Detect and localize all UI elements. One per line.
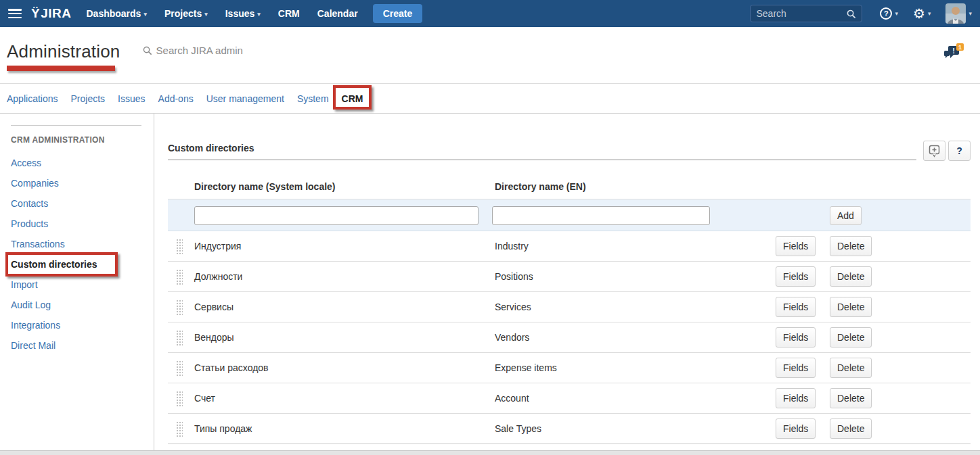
- tab-issues[interactable]: Issues: [118, 93, 145, 104]
- jira-logo-mark-icon: Ÿ: [31, 6, 40, 21]
- fields-button[interactable]: Fields: [776, 236, 816, 256]
- fields-button[interactable]: Fields: [776, 388, 816, 408]
- admin-tab-bar: Applications Projects Issues Add-ons Use…: [0, 84, 980, 114]
- feedback-button[interactable]: [923, 141, 945, 161]
- sidebar-item-custom-directories[interactable]: Custom directories: [0, 254, 154, 274]
- sidebar-item-access[interactable]: Access: [0, 153, 154, 173]
- delete-button[interactable]: Delete: [830, 297, 872, 317]
- tab-user-management[interactable]: User management: [206, 93, 284, 104]
- directory-name-en: Vendors: [495, 322, 529, 353]
- drag-handle-icon[interactable]: [175, 390, 183, 408]
- column-header-en: Directory name (EN): [495, 181, 586, 192]
- directory-name-en: Expense items: [495, 353, 557, 383]
- delete-button[interactable]: Delete: [830, 418, 872, 439]
- admin-settings-menu[interactable]: ⚙ ▾: [913, 7, 931, 20]
- new-directory-locale-input[interactable]: [194, 206, 478, 225]
- tab-system[interactable]: System: [297, 93, 329, 104]
- delete-button[interactable]: Delete: [830, 388, 872, 408]
- table-row: Сервисы Services Fields Delete: [168, 292, 971, 322]
- sidebar-section-title: CRM ADMINISTRATION: [11, 135, 154, 145]
- delete-button[interactable]: Delete: [830, 327, 872, 348]
- column-header-locale: Directory name (System locale): [194, 181, 336, 192]
- gear-icon: ⚙: [913, 7, 925, 20]
- drag-handle-icon[interactable]: [175, 421, 183, 438]
- page-title: Administration: [7, 41, 120, 62]
- tab-add-ons[interactable]: Add-ons: [158, 93, 194, 104]
- sidebar-item-integrations[interactable]: Integrations: [0, 315, 154, 335]
- sidebar-list: Access Companies Contacts Products Trans…: [0, 153, 154, 356]
- table-row: Вендоры Vendors Fields Delete: [168, 322, 971, 353]
- add-directory-row: Add: [168, 199, 971, 231]
- navbar-menu: Dashboards▾ Projects▾ Issues▾ CRM Calend…: [86, 8, 357, 19]
- nav-item-issues[interactable]: Issues▾: [225, 8, 261, 19]
- feedback-pin-icon: [929, 145, 940, 158]
- fields-button[interactable]: Fields: [776, 266, 816, 287]
- nav-item-dashboards[interactable]: Dashboards▾: [86, 8, 146, 19]
- navbar-right: ? ▾ ⚙ ▾ ▾: [750, 3, 972, 24]
- sidebar-item-companies[interactable]: Companies: [0, 173, 154, 193]
- drag-handle-icon[interactable]: [175, 329, 183, 347]
- svg-text:!: !: [952, 46, 955, 54]
- table-row: Должности Positions Fields Delete: [168, 262, 971, 292]
- tab-crm[interactable]: CRM: [342, 93, 363, 104]
- section-title: Custom directories: [168, 143, 916, 153]
- annotation-underline-administration: [7, 66, 115, 71]
- admin-header: Administration ! 1: [0, 27, 980, 84]
- fields-button[interactable]: Fields: [776, 358, 816, 378]
- delete-button[interactable]: Delete: [830, 236, 872, 256]
- fields-button[interactable]: Fields: [776, 418, 816, 439]
- fields-button[interactable]: Fields: [776, 327, 816, 348]
- table-row: Индустрия Industry Fields Delete: [168, 231, 971, 262]
- chevron-down-icon: ▾: [968, 10, 972, 17]
- user-profile-menu[interactable]: ▾: [945, 3, 972, 24]
- tab-projects[interactable]: Projects: [71, 93, 106, 104]
- chevron-down-icon: ▾: [257, 11, 261, 18]
- app-switcher-icon[interactable]: [8, 9, 22, 18]
- sidebar-divider: [11, 125, 141, 126]
- admin-search-input[interactable]: [156, 45, 305, 56]
- sidebar-item-transactions[interactable]: Transactions: [0, 234, 154, 254]
- drag-handle-icon[interactable]: [175, 360, 183, 377]
- nav-item-projects[interactable]: Projects▾: [164, 8, 208, 19]
- notification-button[interactable]: ! 1: [943, 43, 964, 64]
- chevron-down-icon: ▾: [204, 11, 208, 18]
- directory-name-locale: Сервисы: [194, 292, 233, 322]
- drag-handle-icon[interactable]: [175, 238, 183, 256]
- sidebar-item-products[interactable]: Products: [0, 214, 154, 234]
- create-button[interactable]: Create: [373, 4, 423, 23]
- directory-name-en: Positions: [495, 262, 533, 292]
- nav-item-crm[interactable]: CRM: [278, 8, 300, 19]
- sidebar-item-audit-log[interactable]: Audit Log: [0, 295, 154, 315]
- delete-button[interactable]: Delete: [830, 266, 872, 287]
- table-header-row: Directory name (System locale) Directory…: [168, 160, 971, 199]
- sidebar-item-import[interactable]: Import: [0, 274, 154, 295]
- directory-name-locale: Статьи расходов: [194, 353, 269, 383]
- tab-applications[interactable]: Applications: [7, 93, 58, 104]
- drag-handle-icon[interactable]: [175, 299, 183, 316]
- directory-name-en: Sale Types: [495, 414, 541, 444]
- directory-name-en: Industry: [495, 231, 529, 262]
- chevron-down-icon: ▾: [928, 10, 931, 17]
- help-menu[interactable]: ? ▾: [880, 7, 898, 20]
- help-button[interactable]: ?: [948, 141, 971, 161]
- page-title-block: Administration: [7, 41, 120, 71]
- drag-handle-icon[interactable]: [175, 268, 183, 286]
- directory-name-locale: Должности: [194, 262, 242, 292]
- search-icon[interactable]: [846, 9, 856, 19]
- crm-admin-sidebar: CRM ADMINISTRATION Access Companies Cont…: [0, 114, 154, 450]
- section-header-buttons: ?: [923, 141, 971, 161]
- page-footer-edge: [0, 450, 980, 455]
- add-button[interactable]: Add: [830, 206, 862, 225]
- navbar-search-input[interactable]: [756, 8, 846, 19]
- avatar: [945, 3, 966, 24]
- new-directory-en-input[interactable]: [492, 206, 710, 225]
- jira-logo[interactable]: ŸJIRA: [31, 6, 71, 21]
- sidebar-item-direct-mail[interactable]: Direct Mail: [0, 335, 154, 356]
- delete-button[interactable]: Delete: [830, 358, 872, 378]
- main-content: Custom directories ? Directory name (Sys…: [154, 114, 980, 450]
- sidebar-item-contacts[interactable]: Contacts: [0, 193, 154, 214]
- nav-item-calendar[interactable]: Calendar: [317, 8, 358, 19]
- directory-name-en: Services: [495, 292, 531, 322]
- fields-button[interactable]: Fields: [776, 297, 816, 317]
- top-navbar: ŸJIRA Dashboards▾ Projects▾ Issues▾ CRM …: [0, 0, 980, 27]
